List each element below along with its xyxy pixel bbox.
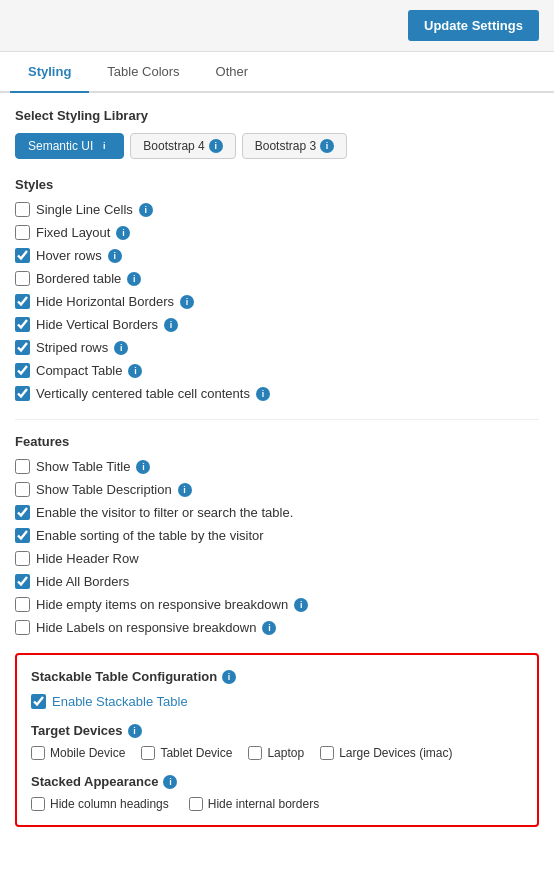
hide-col-headings-checkbox[interactable]: [31, 797, 45, 811]
fixed-layout-label: Fixed Layout: [36, 225, 110, 240]
appearance-row: Hide column headings Hide internal borde…: [31, 797, 523, 811]
checkbox-bordered-table: Bordered table i: [15, 271, 539, 286]
single-line-cells-checkbox[interactable]: [15, 202, 30, 217]
vertically-centered-info-icon[interactable]: i: [256, 387, 270, 401]
hover-rows-info-icon[interactable]: i: [108, 249, 122, 263]
show-table-description-label: Show Table Description: [36, 482, 172, 497]
enable-sorting-label: Enable sorting of the table by the visit…: [36, 528, 264, 543]
stacked-appearance-info-icon[interactable]: i: [163, 775, 177, 789]
compact-table-info-icon[interactable]: i: [128, 364, 142, 378]
bootstrap4-info-icon[interactable]: i: [209, 139, 223, 153]
hide-all-borders-label: Hide All Borders: [36, 574, 129, 589]
library-buttons: Semantic UI i Bootstrap 4 i Bootstrap 3 …: [15, 133, 539, 159]
stackable-info-icon[interactable]: i: [222, 670, 236, 684]
features-section-title: Features: [15, 434, 539, 449]
hide-empty-items-checkbox[interactable]: [15, 597, 30, 612]
show-table-title-info-icon[interactable]: i: [136, 460, 150, 474]
device-large-checkbox[interactable]: [320, 746, 334, 760]
top-bar: Update Settings: [0, 0, 554, 52]
lib-btn-bootstrap3[interactable]: Bootstrap 3 i: [242, 133, 347, 159]
stackable-title-text: Stackable Table Configuration: [31, 669, 217, 684]
hide-internal-borders-label: Hide internal borders: [208, 797, 319, 811]
hover-rows-checkbox[interactable]: [15, 248, 30, 263]
stackable-section: Stackable Table Configuration i Enable S…: [15, 653, 539, 827]
stacked-appearance-title-text: Stacked Appearance: [31, 774, 158, 789]
fixed-layout-info-icon[interactable]: i: [116, 226, 130, 240]
show-table-description-info-icon[interactable]: i: [178, 483, 192, 497]
hide-vertical-borders-info-icon[interactable]: i: [164, 318, 178, 332]
show-table-description-checkbox[interactable]: [15, 482, 30, 497]
show-table-title-label: Show Table Title: [36, 459, 130, 474]
device-mobile-checkbox[interactable]: [31, 746, 45, 760]
bootstrap3-info-icon[interactable]: i: [320, 139, 334, 153]
hide-header-row-label: Hide Header Row: [36, 551, 139, 566]
hover-rows-label: Hover rows: [36, 248, 102, 263]
enable-sorting-checkbox[interactable]: [15, 528, 30, 543]
checkbox-fixed-layout: Fixed Layout i: [15, 225, 539, 240]
lib-btn-semantic-ui[interactable]: Semantic UI i: [15, 133, 124, 159]
hide-col-headings-label: Hide column headings: [50, 797, 169, 811]
vertically-centered-checkbox[interactable]: [15, 386, 30, 401]
styles-checkboxes: Single Line Cells i Fixed Layout i Hover…: [15, 202, 539, 401]
tab-table-colors[interactable]: Table Colors: [89, 52, 197, 93]
checkbox-enable-filter-search: Enable the visitor to filter or search t…: [15, 505, 539, 520]
hide-labels-responsive-checkbox[interactable]: [15, 620, 30, 635]
fixed-layout-checkbox[interactable]: [15, 225, 30, 240]
checkbox-hide-header-row: Hide Header Row: [15, 551, 539, 566]
enable-stackable-checkbox[interactable]: [31, 694, 46, 709]
lib-btn-bootstrap3-label: Bootstrap 3: [255, 139, 316, 153]
striped-rows-info-icon[interactable]: i: [114, 341, 128, 355]
appearance-hide-col-headings: Hide column headings: [31, 797, 169, 811]
checkbox-hover-rows: Hover rows i: [15, 248, 539, 263]
tab-other[interactable]: Other: [198, 52, 267, 93]
device-laptop-checkbox[interactable]: [248, 746, 262, 760]
checkbox-hide-all-borders: Hide All Borders: [15, 574, 539, 589]
semantic-ui-info-icon[interactable]: i: [97, 139, 111, 153]
device-tablet: Tablet Device: [141, 746, 232, 760]
bordered-table-checkbox[interactable]: [15, 271, 30, 286]
device-tablet-checkbox[interactable]: [141, 746, 155, 760]
target-devices-title: Target Devices i: [31, 723, 523, 738]
compact-table-checkbox[interactable]: [15, 363, 30, 378]
hide-horizontal-borders-label: Hide Horizontal Borders: [36, 294, 174, 309]
bordered-table-label: Bordered table: [36, 271, 121, 286]
bordered-table-info-icon[interactable]: i: [127, 272, 141, 286]
styles-section-title: Styles: [15, 177, 539, 192]
checkbox-hide-vertical-borders: Hide Vertical Borders i: [15, 317, 539, 332]
stacked-appearance-title: Stacked Appearance i: [31, 774, 523, 789]
lib-btn-semantic-ui-label: Semantic UI: [28, 139, 93, 153]
checkbox-hide-labels-responsive: Hide Labels on responsive breakdown i: [15, 620, 539, 635]
device-mobile: Mobile Device: [31, 746, 125, 760]
checkbox-single-line-cells: Single Line Cells i: [15, 202, 539, 217]
lib-btn-bootstrap4[interactable]: Bootstrap 4 i: [130, 133, 235, 159]
library-section-title: Select Styling Library: [15, 108, 539, 123]
enable-stackable-row: Enable Stackable Table: [31, 694, 523, 709]
show-table-title-checkbox[interactable]: [15, 459, 30, 474]
device-large-label: Large Devices (imac): [339, 746, 452, 760]
checkbox-hide-horizontal-borders: Hide Horizontal Borders i: [15, 294, 539, 309]
checkbox-vertically-centered: Vertically centered table cell contents …: [15, 386, 539, 401]
hide-vertical-borders-checkbox[interactable]: [15, 317, 30, 332]
stackable-title: Stackable Table Configuration i: [31, 669, 523, 684]
hide-header-row-checkbox[interactable]: [15, 551, 30, 566]
single-line-cells-info-icon[interactable]: i: [139, 203, 153, 217]
hide-internal-borders-checkbox[interactable]: [189, 797, 203, 811]
checkbox-striped-rows: Striped rows i: [15, 340, 539, 355]
enable-filter-search-label: Enable the visitor to filter or search t…: [36, 505, 293, 520]
tab-styling[interactable]: Styling: [10, 52, 89, 93]
hide-empty-items-label: Hide empty items on responsive breakdown: [36, 597, 288, 612]
vertically-centered-label: Vertically centered table cell contents: [36, 386, 250, 401]
appearance-hide-internal-borders: Hide internal borders: [189, 797, 319, 811]
striped-rows-checkbox[interactable]: [15, 340, 30, 355]
divider-styles-features: [15, 419, 539, 420]
device-laptop-label: Laptop: [267, 746, 304, 760]
target-devices-info-icon[interactable]: i: [128, 724, 142, 738]
hide-all-borders-checkbox[interactable]: [15, 574, 30, 589]
single-line-cells-label: Single Line Cells: [36, 202, 133, 217]
enable-filter-search-checkbox[interactable]: [15, 505, 30, 520]
hide-empty-items-info-icon[interactable]: i: [294, 598, 308, 612]
hide-horizontal-borders-info-icon[interactable]: i: [180, 295, 194, 309]
hide-labels-responsive-info-icon[interactable]: i: [262, 621, 276, 635]
hide-horizontal-borders-checkbox[interactable]: [15, 294, 30, 309]
update-settings-button[interactable]: Update Settings: [408, 10, 539, 41]
